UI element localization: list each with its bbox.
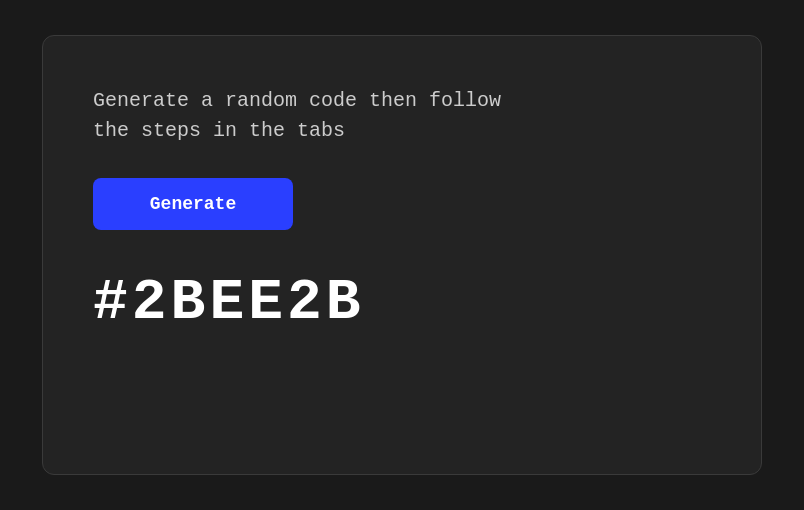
generated-code: #2BEE2B xyxy=(93,270,711,335)
main-card: Generate a random code then follow the s… xyxy=(42,35,762,475)
generate-button[interactable]: Generate xyxy=(93,178,293,230)
description-text: Generate a random code then follow the s… xyxy=(93,86,711,146)
